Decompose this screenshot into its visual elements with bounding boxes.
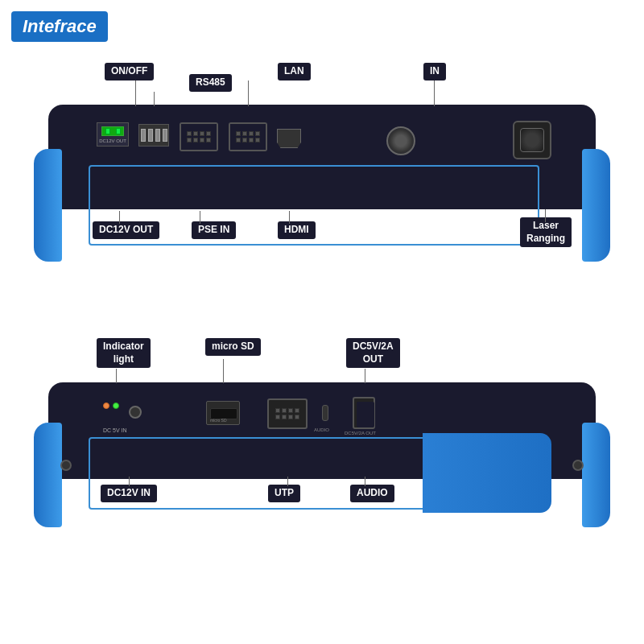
rj-hole [282,408,287,413]
line-dc12v-out [119,211,120,224]
top-cap-left [34,149,62,262]
line-in [434,80,435,106]
bottom-cap-right [582,423,610,527]
dc5v2a-small-label: DC5V/2A OUT [345,431,376,436]
laser-inner [520,128,544,152]
rj-hole [200,138,204,142]
dc12v-out-port: DC12V OUT [97,122,129,147]
utp-holes [275,408,299,419]
dc5v-in-small-label: DC 5V IN [103,427,127,433]
dc5v-out-usb-port [353,397,375,429]
audio-label: AUDIO [350,485,394,502]
rj-hole [249,131,254,136]
dc5v-out-text: DC5V/2AOUT [353,341,394,365]
laser-label: LaserRanging [520,217,572,247]
lan-port [229,122,267,151]
rj-hole [282,415,287,419]
line-pse-in [200,211,200,224]
rs485-pin-4 [163,129,167,142]
lan-inner [230,124,266,150]
lan-holes [236,131,260,142]
rj-hole [200,131,204,136]
utp-label: UTP [268,485,300,502]
rj-hole [193,131,198,136]
bottom-device: DC 5V IN micro SD [48,338,596,515]
rj-hole [242,138,247,142]
in-label: IN [423,63,446,80]
line-microsd [223,359,224,383]
rj-hole [255,138,260,142]
rj-hole [187,138,192,142]
bottom-device-body: DC 5V IN micro SD [48,382,596,479]
rj-hole [236,131,241,136]
rj-hole [206,138,211,142]
microsd-port: micro SD [206,401,240,425]
pse-in-port [180,122,218,151]
utp-inner [269,400,306,427]
pse-inner [181,124,217,150]
indicator-light-text: Indicatorlight [103,341,144,365]
micro-sd-label: micro SD [205,338,261,356]
rj-hole [275,415,280,419]
hdmi-port [277,129,301,148]
rs485-pin-1 [141,129,146,142]
lan-label: LAN [278,63,311,80]
rj-hole [255,131,260,136]
utp-port [267,398,308,429]
line-audio [365,477,365,486]
rs485-label: RS485 [189,74,232,92]
rs485-pin-3 [155,129,160,142]
blue-area-right [423,433,551,513]
line-on-off [135,80,136,106]
dc12v-in-label: DC12V IN [101,485,157,502]
rj-hole [288,415,293,419]
rs485-pins [139,125,168,146]
dc12v-small-label: DC12V OUT [99,138,126,143]
microsd-small-label: micro SD [210,418,227,423]
dc5v-in-port [129,406,142,419]
laser-label-text: LaserRanging [526,220,565,244]
rj-hole [187,131,192,136]
line-lan [248,80,249,106]
bottom-cap-left [34,423,62,527]
indicator-green [113,402,119,409]
indicator-light-label: Indicatorlight [97,338,151,368]
line-hdmi [289,211,290,224]
rj-hole [193,138,198,142]
audio-port [322,405,328,421]
dc12v-out-label: DC12V OUT [93,221,159,239]
title-box: Intefrace [11,11,108,42]
rj-hole [249,138,254,142]
hdmi-label: HDMI [278,221,316,239]
usb-inner [357,402,374,427]
rj-hole [295,408,299,413]
pse-in-label: PSE IN [192,221,236,239]
rs485-port [138,124,169,147]
in-port [386,126,415,155]
pse-holes [187,131,211,142]
screw-bottom-right [572,460,584,471]
line-utp [287,477,288,486]
rj-hole [288,408,293,413]
top-device-body: DC12V OUT [48,105,596,209]
line-indicator [116,369,117,383]
line-rs485 [154,92,155,106]
rj-hole [275,408,280,413]
page-container: Intefrace DC12V OUT [0,0,644,644]
page-title: Intefrace [23,16,97,36]
laser-port [513,121,551,159]
rj-hole [295,415,299,419]
line-laser [545,209,546,222]
dc-pin-2 [116,128,121,134]
dc-pin-1 [105,128,110,134]
top-device: DC12V OUT [48,56,596,250]
indicator-lights [103,402,119,409]
rj-hole [242,131,247,136]
line-dc5v-out [365,369,365,383]
line-dc12v-in [129,477,130,486]
on-off-label: ON/OFF [105,63,154,80]
dc-terminal [101,126,124,136]
rs485-pin-2 [148,129,153,142]
rj-hole [206,131,211,136]
dc5v-out-label: DC5V/2AOUT [346,338,400,368]
